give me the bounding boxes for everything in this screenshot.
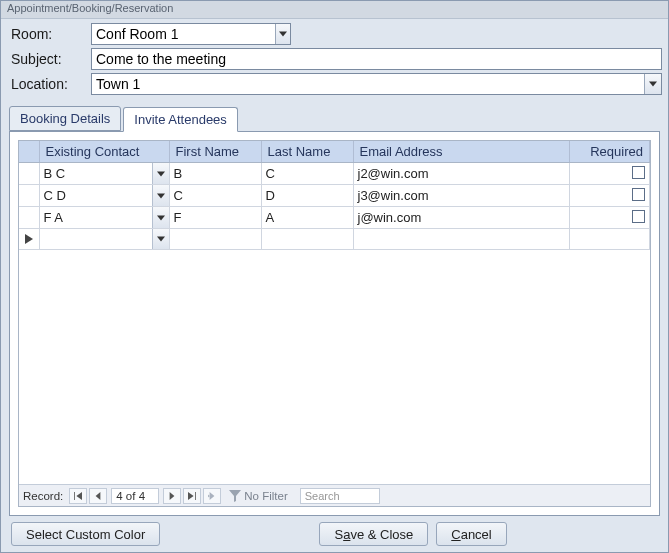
cell-first-name[interactable]: B [169, 163, 261, 185]
chevron-down-icon [157, 193, 165, 199]
window-title: Appointment/Booking/Reservation [1, 1, 668, 19]
chevron-down-icon [279, 31, 287, 37]
attendees-grid[interactable]: Existing Contact First Name Last Name Em… [19, 141, 650, 250]
nav-new-button[interactable] [203, 488, 221, 504]
subject-field[interactable] [91, 48, 662, 70]
col-last-name[interactable]: Last Name [261, 141, 353, 163]
grid-header-row: Existing Contact First Name Last Name Em… [19, 141, 650, 163]
col-existing-contact[interactable]: Existing Contact [39, 141, 169, 163]
room-combobox[interactable] [91, 23, 291, 45]
grid-row[interactable]: C DCDj3@win.com [19, 185, 650, 207]
record-position[interactable]: 4 of 4 [111, 488, 159, 504]
row-selector[interactable] [19, 185, 39, 207]
location-row: Location: [11, 73, 662, 95]
cell-first-name[interactable]: F [169, 207, 261, 229]
filter-icon [229, 490, 241, 502]
nav-last-button[interactable] [183, 488, 201, 504]
tabstrip: Booking Details Invite Attendees [9, 106, 660, 131]
required-checkbox[interactable] [632, 188, 645, 201]
next-icon [168, 492, 176, 500]
grid-header-selector [19, 141, 39, 163]
cell-required[interactable] [570, 163, 650, 185]
subject-row: Subject: [11, 48, 662, 70]
contact-dropdown-button[interactable] [152, 163, 169, 184]
cell-email[interactable]: j2@win.com [353, 163, 570, 185]
required-checkbox[interactable] [632, 166, 645, 179]
contact-dropdown-button[interactable] [152, 207, 169, 228]
cell-email[interactable]: j3@win.com [353, 185, 570, 207]
grid-row[interactable]: B CBCj2@win.com [19, 163, 650, 185]
grid-row[interactable] [19, 229, 650, 250]
col-email[interactable]: Email Address [353, 141, 570, 163]
cell-required[interactable] [570, 229, 650, 250]
grid-empty-space [19, 250, 650, 484]
chevron-down-icon [157, 215, 165, 221]
nav-prev-button[interactable] [89, 488, 107, 504]
room-dropdown-button[interactable] [275, 24, 290, 44]
cell-contact[interactable] [39, 229, 169, 250]
room-label: Room: [11, 26, 91, 42]
cell-last-name[interactable] [261, 229, 353, 250]
room-input[interactable] [92, 24, 275, 44]
subject-input[interactable] [92, 49, 661, 69]
cell-last-name[interactable]: A [261, 207, 353, 229]
row-selector[interactable] [19, 229, 39, 250]
location-label: Location: [11, 76, 91, 92]
nav-first-button[interactable] [69, 488, 87, 504]
nav-next-button[interactable] [163, 488, 181, 504]
new-record-icon [208, 492, 216, 500]
cell-email[interactable] [353, 229, 570, 250]
row-selector[interactable] [19, 163, 39, 185]
col-required[interactable]: Required [570, 141, 650, 163]
footer-bar: Select Custom Color Save & Close Cancel [1, 516, 668, 552]
required-checkbox[interactable] [632, 210, 645, 223]
contact-dropdown-button[interactable] [152, 229, 169, 249]
form-area: Room: Subject: Location: [1, 19, 668, 100]
cancel-button[interactable]: Cancel [436, 522, 506, 546]
contact-dropdown-button[interactable] [152, 185, 169, 206]
cell-email[interactable]: j@win.com [353, 207, 570, 229]
cell-last-name[interactable]: D [261, 185, 353, 207]
record-search-input[interactable]: Search [300, 488, 380, 504]
subject-label: Subject: [11, 51, 91, 67]
chevron-down-icon [649, 81, 657, 87]
cell-first-name[interactable] [169, 229, 261, 250]
invite-attendees-panel: Existing Contact First Name Last Name Em… [9, 131, 660, 516]
attendees-grid-wrap: Existing Contact First Name Last Name Em… [18, 140, 651, 507]
cell-last-name[interactable]: C [261, 163, 353, 185]
cell-required[interactable] [570, 207, 650, 229]
filter-status: No Filter [229, 490, 287, 502]
grid-row[interactable]: F AFAj@win.com [19, 207, 650, 229]
save-close-button[interactable]: Save & Close [319, 522, 428, 546]
select-custom-color-button[interactable]: Select Custom Color [11, 522, 160, 546]
location-combobox[interactable] [91, 73, 662, 95]
cell-first-name[interactable]: C [169, 185, 261, 207]
cell-contact[interactable]: F A [39, 207, 169, 229]
prev-icon [94, 492, 102, 500]
row-selector[interactable] [19, 207, 39, 229]
tab-booking-details[interactable]: Booking Details [9, 106, 121, 131]
last-icon [188, 492, 196, 500]
new-row-icon [25, 234, 33, 244]
cell-contact[interactable]: C D [39, 185, 169, 207]
chevron-down-icon [157, 171, 165, 177]
appointment-window: Appointment/Booking/Reservation Room: Su… [0, 0, 669, 553]
tab-invite-attendees[interactable]: Invite Attendees [123, 107, 238, 132]
location-dropdown-button[interactable] [644, 74, 661, 94]
chevron-down-icon [157, 236, 165, 242]
first-icon [74, 492, 82, 500]
location-input[interactable] [92, 74, 644, 94]
col-first-name[interactable]: First Name [169, 141, 261, 163]
room-row: Room: [11, 23, 662, 45]
cell-contact[interactable]: B C [39, 163, 169, 185]
record-navigator: Record: 4 of 4 No Filter Search [19, 484, 650, 506]
cell-required[interactable] [570, 185, 650, 207]
record-label: Record: [23, 490, 63, 502]
